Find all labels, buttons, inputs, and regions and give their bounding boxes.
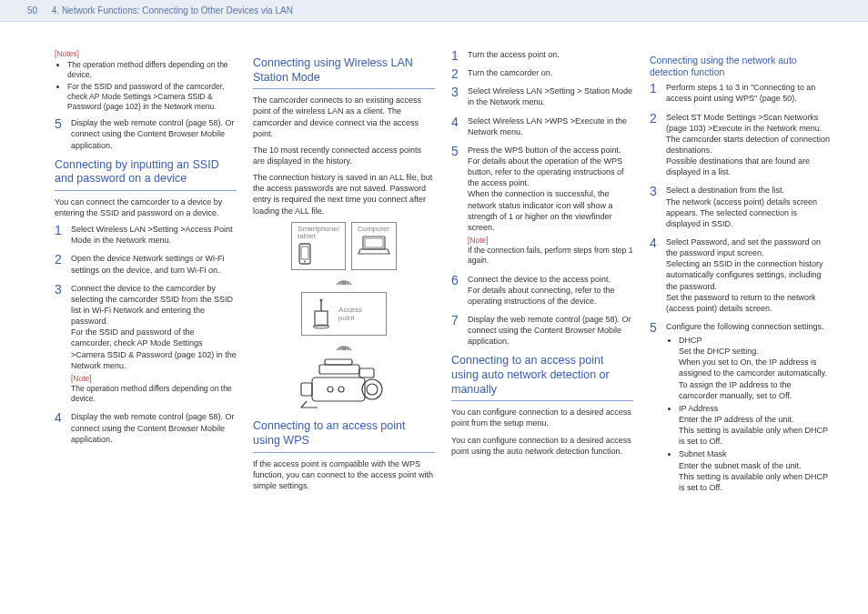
step-item: 5Press the WPS button of the access poin… (451, 145, 633, 267)
step-number: 5 (55, 116, 62, 133)
svg-point-2 (304, 261, 306, 263)
device-row: Smartphone/ tablet Computer (291, 222, 397, 271)
step-number: 7 (451, 312, 459, 329)
step-number: 2 (55, 251, 62, 268)
step-item: 3Select a destination from the list. The… (650, 185, 832, 229)
bullet-body: Enter the subnet mask of the unit. This … (679, 461, 828, 492)
paragraph: The 10 most recently connected access po… (253, 145, 435, 166)
step-item: 5 Display the web remote control (page 5… (55, 117, 237, 150)
bullet-list: DHCPSet the DHCP setting. When you set t… (666, 335, 832, 493)
step-text: Select Wireless LAN >Setting > Station M… (468, 86, 632, 106)
paragraph: If the access point is compatible with t… (253, 458, 435, 491)
column-1: [Notes] The operation method differs dep… (55, 49, 237, 500)
smartphone-icon (298, 243, 339, 265)
step-text: Display the web remote control (page 58)… (468, 315, 631, 346)
step-number: 3 (650, 183, 657, 200)
step-item: 4Display the web remote control (page 58… (55, 411, 237, 444)
svg-rect-14 (301, 383, 312, 396)
step-number: 3 (451, 84, 459, 101)
router-icon (311, 298, 331, 329)
step-item: 1Turn the access point on. (451, 49, 633, 60)
paragraph: The connection history is saved in an AL… (253, 172, 435, 216)
bullet-item: DHCPSet the DHCP setting. When you set t… (679, 335, 832, 401)
step-list: 1Turn the access point on. 2Turn the cam… (451, 49, 633, 347)
step-number: 1 (55, 222, 62, 239)
step-list: 1Perform steps 1 to 3 in "Connecting to … (650, 82, 832, 493)
section-title: Connecting to an access point using auto… (451, 354, 633, 401)
device-label: Computer (358, 226, 390, 234)
device-label: Smartphone/ tablet (298, 226, 339, 242)
step-number: 6 (451, 272, 459, 289)
svg-rect-9 (319, 365, 359, 374)
note-body: If the connection fails, perform steps f… (468, 246, 633, 266)
bullet-body: Set the DHCP setting. When you set to On… (679, 347, 827, 400)
step-text: Display the web remote control (page 58)… (71, 118, 235, 149)
bullet-title: DHCP (679, 336, 702, 345)
bullet-title: Subnet Mask (679, 449, 727, 458)
notes-list: The operation method differs depending o… (55, 60, 237, 112)
column-2: Connecting using Wireless LAN Station Mo… (253, 49, 435, 500)
svg-point-13 (367, 384, 378, 395)
step-number: 2 (451, 65, 459, 83)
step-text: Display the web remote control (page 58)… (71, 412, 235, 443)
header-title: 4. Network Functions: Connecting to Othe… (52, 5, 293, 15)
svg-rect-15 (359, 368, 374, 377)
step-item: 4Select Wireless LAN >WPS >Execute in th… (451, 116, 633, 137)
step-number: 1 (650, 80, 657, 97)
step-item: 5Configure the following connection sett… (650, 321, 832, 493)
svg-point-17 (338, 387, 344, 392)
section-title: Connecting by inputting an SSID and pass… (55, 158, 237, 191)
step-number: 4 (451, 114, 459, 131)
step-text: Press the WPS button of the access point… (468, 146, 624, 232)
section-title: Connecting using Wireless LAN Station Mo… (253, 56, 435, 89)
step-number: 2 (650, 110, 657, 127)
step-item: 4Select Password, and set the password o… (650, 237, 832, 314)
notes-label: [Notes] (55, 49, 237, 58)
step-item: 7Display the web remote control (page 58… (451, 314, 633, 347)
step-item: 3Connect the device to the camcorder by … (55, 283, 237, 405)
svg-rect-10 (325, 359, 352, 365)
bullet-item: Subnet MaskEnter the subnet mask of the … (679, 448, 832, 493)
section-title: Connecting using the network auto detect… (650, 55, 832, 78)
step-text: Connect the device to the access point. … (468, 275, 615, 306)
bullet-item: IP AddressEnter the IP address of the un… (679, 403, 832, 448)
wifi-icon (333, 339, 355, 354)
ap-label: Access point (338, 306, 362, 322)
svg-rect-1 (301, 247, 308, 259)
svg-point-16 (328, 387, 333, 392)
note-body: The operation method differs depending o… (71, 384, 237, 404)
paragraph: You can configure connection to a desire… (451, 407, 633, 428)
bullet-body: Enter the IP address of the unit. This s… (679, 415, 828, 446)
note-item: The operation method differs depending o… (67, 60, 237, 80)
step-number: 5 (451, 143, 459, 160)
step-text: Turn the camcorder on. (468, 68, 552, 77)
access-point-box: Access point (301, 292, 387, 336)
step-text: Select Wireless LAN >WPS >Execute in the… (468, 116, 627, 136)
step-item: 3Select Wireless LAN >Setting > Station … (451, 86, 633, 107)
step-number: 4 (650, 235, 657, 252)
step-text: Select Password, and set the password on… (666, 237, 823, 313)
section-intro: You can connect the camcorder to a devic… (55, 196, 237, 218)
step-text: Connect the device to the camcorder by s… (71, 284, 237, 370)
paragraph: The camcorder connects to an existing ac… (253, 95, 435, 139)
step-number: 3 (55, 281, 62, 298)
step-item: 2Open the device Network settings or Wi-… (55, 253, 237, 275)
column-3: 1Turn the access point on. 2Turn the cam… (451, 49, 633, 500)
page-header: 50 4. Network Functions: Connecting to O… (0, 0, 868, 22)
step-text: Select a destination from the list. The … (666, 186, 817, 227)
section-title: Connecting to an access point using WPS (253, 419, 435, 452)
laptop-icon (358, 235, 390, 257)
step-item: 6Connect the device to the access point.… (451, 274, 633, 307)
step-text: Select ST Mode Settings >Scan Networks (… (666, 113, 830, 177)
smartphone-box: Smartphone/ tablet (291, 222, 346, 271)
note-label: [Note] (468, 236, 633, 246)
note-label: [Note] (71, 374, 237, 384)
note-item: For the SSID and password of the camcord… (67, 82, 237, 112)
camcorder-icon (294, 357, 394, 412)
connection-diagram: Smartphone/ tablet Computer (253, 222, 435, 413)
step-item: 2Select ST Mode Settings >Scan Networks … (650, 112, 832, 178)
step-text: Open the device Network settings or Wi-F… (71, 254, 225, 274)
page-number: 50 (27, 5, 49, 15)
step-item: 1Select Wireless LAN >Setting >Access Po… (55, 224, 237, 246)
step-list: 5 Display the web remote control (page 5… (55, 117, 237, 150)
